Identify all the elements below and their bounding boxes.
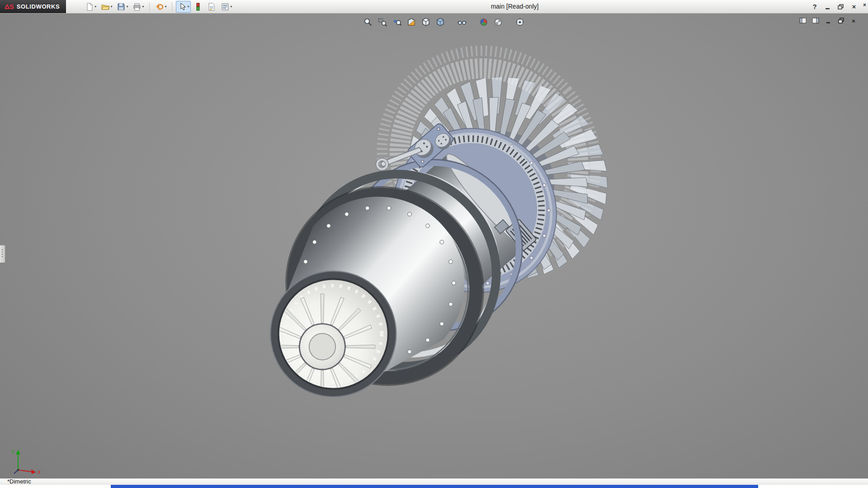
glasses-icon [457, 17, 467, 27]
new-document-icon [85, 2, 94, 11]
new-document-button[interactable]: ▾ [83, 1, 98, 13]
window-controls: ? × × [810, 0, 859, 13]
zoom-to-fit-button[interactable] [362, 16, 374, 28]
minimize-document-button[interactable] [824, 17, 833, 25]
pane-right-icon [811, 17, 820, 24]
display-style-cube-icon [435, 17, 445, 27]
display-style-button[interactable] [434, 16, 447, 28]
feature-panel-collapse-handle[interactable] [0, 245, 5, 263]
print-button[interactable]: ▾ [131, 1, 146, 13]
view-orientation-button[interactable] [420, 16, 432, 28]
grip-dots-icon [2, 249, 3, 250]
dropdown-caret-icon[interactable]: ▾ [142, 5, 144, 9]
dropdown-caret-icon[interactable]: ▾ [94, 5, 96, 9]
toolbar-separator [149, 2, 150, 11]
x-axis-label: X [38, 470, 41, 475]
pane-left-icon [799, 17, 807, 24]
document-title: main [Read-only] [491, 0, 539, 13]
options-button[interactable]: ▾ [219, 1, 234, 13]
open-button[interactable]: ▾ [99, 1, 114, 13]
file-properties-icon [207, 2, 216, 11]
heads-up-toolbar [362, 16, 526, 28]
section-view-icon [406, 17, 416, 27]
stoplight-icon [193, 2, 203, 11]
title-bar: ΔS SOLIDWORKS ▾ ▾ ▾ ▾ ▾ [0, 0, 868, 14]
y-axis-arrow-icon [16, 450, 20, 455]
standard-toolbar: ▾ ▾ ▾ ▾ ▾ ▾ [83, 1, 234, 13]
ds-logo-icon: ΔS [5, 3, 14, 10]
close-document-button[interactable]: × [849, 17, 858, 25]
triad-origin [17, 469, 19, 471]
restore-icon [838, 4, 844, 9]
solidworks-wordmark: SOLIDWORKS [17, 3, 60, 10]
file-properties-button[interactable] [205, 1, 218, 13]
turbofan-assembly [246, 13, 649, 425]
zoom-to-area-button[interactable] [376, 16, 389, 28]
graphics-viewport[interactable]: × Y X [0, 13, 868, 479]
minimize-icon [825, 18, 832, 24]
dropdown-caret-icon[interactable]: ▾ [110, 5, 112, 9]
zoom-to-fit-icon [363, 17, 373, 27]
taskbar-blue-segment [111, 485, 758, 488]
rebuild-button[interactable] [192, 1, 204, 13]
view-orientation-cube-icon [421, 17, 431, 27]
restore-document-button[interactable] [836, 17, 845, 25]
solidworks-logo: ΔS SOLIDWORKS [0, 0, 66, 13]
dropdown-caret-icon[interactable]: ▾ [126, 5, 128, 9]
save-button[interactable]: ▾ [115, 1, 130, 13]
solidworks-window: ΔS SOLIDWORKS ▾ ▾ ▾ ▾ ▾ [0, 0, 868, 488]
save-floppy-icon [117, 2, 126, 11]
taskbar-sliver [0, 485, 868, 488]
undo-arrow-icon [155, 2, 164, 11]
help-button[interactable]: ? [810, 2, 820, 11]
options-list-icon [221, 2, 230, 11]
turbofan-model-3d[interactable] [0, 13, 868, 479]
section-view-button[interactable] [405, 16, 418, 28]
dropdown-caret-icon[interactable]: ▾ [230, 5, 232, 9]
restore-pane-right-button[interactable] [811, 17, 820, 25]
minimize-icon [825, 4, 831, 9]
orientation-triad: Y X [8, 447, 44, 476]
select-tool-button[interactable]: ▾ [176, 1, 191, 13]
dropdown-caret-icon[interactable]: ▾ [187, 5, 189, 9]
view-settings-icon [515, 17, 525, 27]
edit-appearance-button[interactable] [477, 16, 490, 28]
checker-sphere-icon [493, 17, 503, 27]
minimize-button[interactable] [823, 2, 833, 11]
open-folder-icon [101, 2, 110, 11]
status-bar: *Dimetric [0, 479, 868, 485]
document-window-controls: × [798, 17, 858, 25]
printer-icon [132, 2, 142, 11]
close-button[interactable]: × [849, 2, 859, 11]
maximize-button[interactable] [836, 2, 846, 11]
previous-view-icon [392, 17, 402, 27]
apply-scene-button[interactable] [492, 16, 505, 28]
undo-button[interactable]: ▾ [153, 1, 168, 13]
restore-pane-left-button[interactable] [798, 17, 807, 25]
hide-show-items-button[interactable] [456, 16, 468, 28]
edge-close-icon[interactable]: × [863, 2, 866, 8]
color-sphere-icon [479, 17, 489, 27]
toolbar-separator [172, 2, 172, 11]
view-orientation-label: *Dimetric [7, 478, 31, 485]
view-settings-button[interactable] [514, 16, 526, 28]
cursor-arrow-icon [178, 2, 187, 11]
restore-icon [838, 18, 844, 24]
center-hub-inner [309, 333, 335, 360]
y-axis-label: Y [11, 450, 14, 455]
previous-view-button[interactable] [391, 16, 403, 28]
zoom-to-area-icon [377, 17, 387, 27]
x-axis-arrow-icon [31, 469, 36, 474]
dropdown-caret-icon[interactable]: ▾ [165, 5, 166, 9]
